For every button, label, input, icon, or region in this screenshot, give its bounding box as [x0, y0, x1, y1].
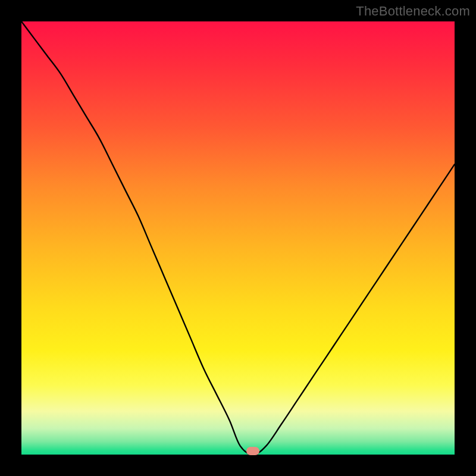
watermark-text: TheBottleneck.com [356, 4, 470, 19]
bottleneck-curve [21, 21, 455, 455]
optimum-marker [246, 447, 259, 455]
plot-area [21, 21, 455, 455]
chart-frame: TheBottleneck.com [0, 0, 476, 476]
